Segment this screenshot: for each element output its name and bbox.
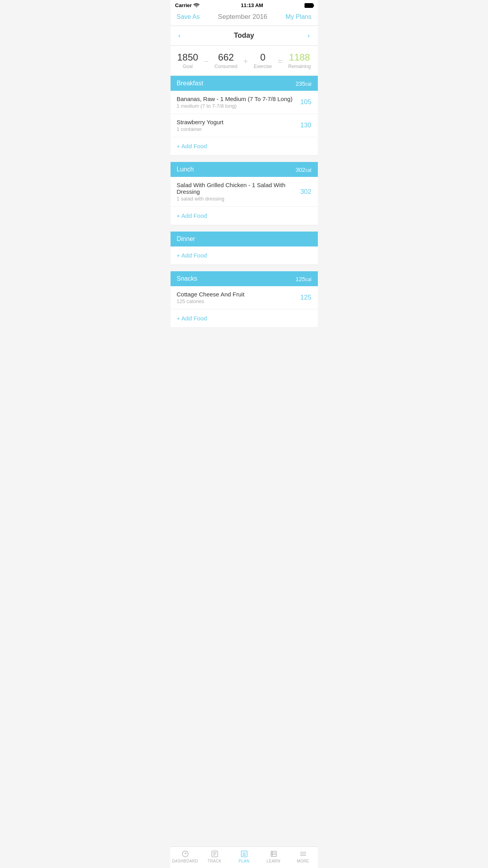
remaining-value: 1188 (288, 52, 311, 63)
meal-calories: 125cal (295, 276, 311, 282)
food-calories: 105 (300, 98, 311, 106)
food-serving: 125 calories (177, 298, 245, 304)
equals-operator: = (278, 55, 283, 66)
food-item[interactable]: Salad With Grilled Chicken - 1 Salad Wit… (171, 177, 318, 207)
save-as-button[interactable]: Save As (177, 13, 200, 20)
meal-section-lunch: Lunch302calSalad With Grilled Chicken - … (171, 162, 318, 225)
meal-section-snacks: Snacks125calCottage Cheese And Fruit125 … (171, 271, 318, 328)
add-food-button[interactable]: + Add Food (177, 212, 207, 219)
food-name: Cottage Cheese And Fruit (177, 291, 245, 298)
add-food-button[interactable]: + Add Food (177, 315, 207, 322)
food-serving: 1 salad with dressing (177, 196, 301, 202)
my-plans-button[interactable]: My Plans (286, 13, 312, 20)
food-serving: 1 medium (7 to 7-7/8 long) (177, 103, 293, 109)
meal-section-dinner: Dinner+ Add Food (171, 232, 318, 265)
goal-item: 1850 Goal (177, 52, 198, 69)
remaining-label: Remaining (288, 64, 311, 69)
food-item[interactable]: Strawberry Yogurt1 container130 (171, 114, 318, 137)
day-nav: ‹ Today › (171, 26, 318, 46)
food-name: Salad With Grilled Chicken - 1 Salad Wit… (177, 182, 301, 195)
wifi-icon (193, 3, 200, 8)
header-title: September 2016 (218, 13, 268, 21)
calorie-summary: 1850 Goal − 662 Consumed + 0 Exercise = … (171, 46, 318, 76)
next-day-button[interactable]: › (307, 31, 310, 40)
food-item[interactable]: Bananas, Raw - 1 Medium (7 To 7-7/8 Long… (171, 91, 318, 114)
carrier-label: Carrier (175, 2, 192, 8)
exercise-item: 0 Exercise (254, 52, 272, 69)
goal-value: 1850 (177, 52, 198, 63)
food-serving: 1 container (177, 126, 224, 132)
prev-day-button[interactable]: ‹ (178, 31, 181, 40)
meal-name: Dinner (177, 235, 195, 243)
meal-name: Breakfast (177, 80, 204, 87)
meal-name: Snacks (177, 275, 197, 282)
battery-icon (305, 3, 313, 8)
food-item[interactable]: Cottage Cheese And Fruit125 calories125 (171, 286, 318, 309)
goal-label: Goal (177, 64, 198, 69)
consumed-item: 662 Consumed (215, 52, 237, 69)
consumed-label: Consumed (215, 64, 237, 69)
exercise-value: 0 (254, 52, 272, 63)
meal-calories: 235cal (295, 80, 311, 87)
status-bar: Carrier 11:13 AM (171, 0, 318, 10)
header: Save As September 2016 My Plans (171, 10, 318, 26)
minus-operator: − (204, 55, 209, 66)
meal-header-dinner: Dinner (171, 232, 318, 246)
meal-header-snacks: Snacks125cal (171, 271, 318, 286)
add-food-button[interactable]: + Add Food (177, 252, 207, 259)
food-calories: 125 (300, 294, 311, 302)
meal-name: Lunch (177, 166, 194, 173)
day-label: Today (234, 31, 254, 40)
remaining-item: 1188 Remaining (288, 52, 311, 69)
consumed-value: 662 (215, 52, 237, 63)
status-time: 11:13 AM (241, 2, 263, 8)
food-name: Bananas, Raw - 1 Medium (7 To 7-7/8 Long… (177, 96, 293, 102)
add-food-button[interactable]: + Add Food (177, 143, 207, 149)
meal-section-breakfast: Breakfast235calBananas, Raw - 1 Medium (… (171, 76, 318, 156)
meal-calories: 302cal (295, 166, 311, 173)
meal-header-breakfast: Breakfast235cal (171, 76, 318, 91)
food-calories: 130 (300, 121, 311, 129)
meal-header-lunch: Lunch302cal (171, 162, 318, 177)
exercise-label: Exercise (254, 64, 272, 69)
food-name: Strawberry Yogurt (177, 119, 224, 125)
food-calories: 302 (300, 188, 311, 196)
plus-operator: + (243, 55, 248, 66)
